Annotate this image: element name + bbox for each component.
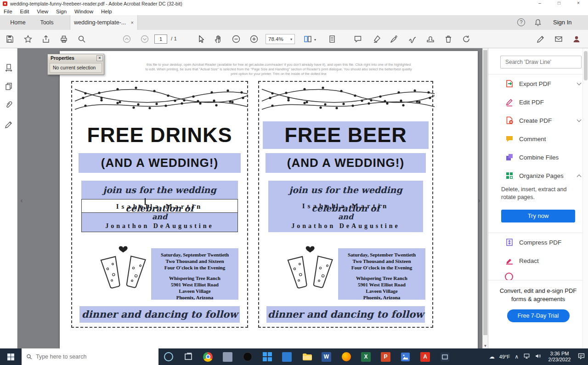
signature-tool-icon[interactable] xyxy=(408,34,417,44)
minimize-button[interactable]: – xyxy=(532,0,548,7)
powerpoint-icon[interactable]: P xyxy=(376,348,396,365)
weather-widget[interactable]: 49°F xyxy=(499,354,510,359)
panel-scrollbar-thumb[interactable] xyxy=(584,51,588,80)
highlighter-icon[interactable] xyxy=(372,34,381,44)
hand-tool-icon[interactable] xyxy=(214,34,223,44)
properties-close-icon[interactable]: × xyxy=(96,55,103,61)
menu-help[interactable]: Help xyxy=(101,9,112,14)
name2-field[interactable]: and Jonathon DeAugustine xyxy=(81,213,238,232)
find-icon[interactable] xyxy=(77,34,86,44)
maximize-button[interactable]: □ xyxy=(551,0,567,7)
menu-sign[interactable]: Sign xyxy=(56,9,67,14)
fill-sign-icon[interactable] xyxy=(536,34,545,44)
taskbar-app-icon-4[interactable] xyxy=(257,348,277,365)
notifications-bell-icon[interactable] xyxy=(534,18,542,27)
tab-home[interactable]: Home xyxy=(4,15,32,30)
next-page-icon[interactable] xyxy=(140,34,149,44)
taskbar-app-icon-5[interactable] xyxy=(277,348,297,365)
tool-create-pdf[interactable]: Create PDF xyxy=(488,111,588,130)
taskbar-app-icon-2[interactable] xyxy=(218,348,237,365)
scrollbar-thumb[interactable] xyxy=(483,50,487,335)
tools-search-input[interactable] xyxy=(501,59,581,65)
zoom-level-dropdown[interactable]: 78.4% ▾ xyxy=(266,34,295,44)
draw-pen-icon[interactable] xyxy=(390,34,399,44)
tool-organize-pages[interactable]: Organize Pages xyxy=(488,166,588,185)
tool-compress-pdf[interactable]: Compress PDF xyxy=(488,233,588,251)
signatures-icon[interactable] xyxy=(4,120,13,129)
previous-page-icon[interactable] xyxy=(122,34,131,44)
date-venue-field[interactable]: Saturday, September Twentieth Two Thousa… xyxy=(151,248,238,300)
snip-tool-icon[interactable] xyxy=(435,348,455,365)
free-trial-button[interactable]: Free 7-Day Trial xyxy=(507,309,570,322)
save-icon[interactable] xyxy=(5,34,14,44)
properties-panel-header[interactable]: Properties × xyxy=(48,54,104,62)
help-icon[interactable]: ? xyxy=(517,18,525,26)
taskbar-search-input[interactable] xyxy=(36,354,154,360)
tool-export-pdf[interactable]: Export PDF xyxy=(488,74,588,93)
photos-icon[interactable] xyxy=(396,348,415,365)
headline-field[interactable]: FREE DRINKS xyxy=(76,121,243,149)
panel-scrollbar[interactable] xyxy=(582,48,588,348)
intro-field[interactable]: join us for the wedding celebration of xyxy=(81,181,238,199)
star-icon[interactable] xyxy=(23,34,33,44)
page-display-icon[interactable] xyxy=(303,34,312,44)
chevron-down-icon[interactable] xyxy=(577,80,582,85)
close-button[interactable]: × xyxy=(571,0,586,7)
chrome-icon[interactable] xyxy=(198,348,218,365)
page-number-input[interactable] xyxy=(154,34,167,44)
subheadline-field[interactable]: (AND A WEDDING!) xyxy=(266,153,426,173)
subheadline-field[interactable]: (AND A WEDDING!) xyxy=(79,153,241,173)
tab-tools[interactable]: Tools xyxy=(33,15,61,30)
taskbar-search-box[interactable] xyxy=(22,348,158,365)
tray-overflow-chevron-icon[interactable]: ∧ xyxy=(514,354,519,360)
chevron-up-icon[interactable] xyxy=(577,174,582,179)
document-scrollbar[interactable]: ▼ xyxy=(482,48,488,348)
zoom-in-icon[interactable] xyxy=(249,34,259,44)
onedrive-cloud-icon[interactable]: ☁ xyxy=(489,354,495,360)
menu-file[interactable]: File xyxy=(4,9,12,14)
date-venue-field[interactable]: Saturday, September Twentieth Two Thousa… xyxy=(338,248,425,300)
cortana-icon[interactable] xyxy=(158,348,178,365)
tool-edit-pdf[interactable]: Edit PDF xyxy=(488,93,588,111)
chevron-down-icon[interactable] xyxy=(577,117,582,122)
word-icon[interactable]: W xyxy=(317,348,336,365)
bookmarks-icon[interactable] xyxy=(4,82,13,91)
select-tool-icon[interactable] xyxy=(196,34,205,44)
share-icon[interactable] xyxy=(41,34,51,44)
tool-combine-files[interactable]: Combine Files xyxy=(488,148,588,166)
page-thumbnails-icon[interactable] xyxy=(4,63,13,72)
footer-field[interactable]: dinner and dancing to follow xyxy=(79,306,240,323)
network-icon[interactable] xyxy=(523,353,530,361)
action-center-icon[interactable] xyxy=(577,352,585,362)
tool-comment[interactable]: Comment xyxy=(488,130,588,148)
attachments-icon[interactable] xyxy=(4,100,13,109)
taskbar-clock[interactable]: 3:36 PM 2/23/2022 xyxy=(546,351,573,363)
menu-window[interactable]: Window xyxy=(74,9,93,14)
acrobat-taskbar-icon[interactable]: A xyxy=(415,348,435,365)
excel-icon[interactable]: X xyxy=(356,348,376,365)
volume-icon[interactable] xyxy=(535,353,542,361)
scrolling-mode-icon[interactable] xyxy=(328,34,337,44)
intro-field[interactable]: join us for the wedding celebration of xyxy=(268,181,423,199)
page-display-caret-icon[interactable]: ▾ xyxy=(314,38,316,42)
expand-right-panel-icon[interactable]: › xyxy=(476,194,482,207)
print-icon[interactable] xyxy=(59,34,68,44)
sign-in-button[interactable]: Sign In xyxy=(553,15,571,30)
collapse-left-panel-icon[interactable]: ‹ xyxy=(18,194,25,207)
name1-field[interactable]: Isabella Martin xyxy=(268,199,423,213)
tools-search-box[interactable] xyxy=(500,56,582,68)
headline-field[interactable]: FREE BEER xyxy=(263,121,429,149)
refresh-icon[interactable] xyxy=(462,34,471,44)
firefox-icon[interactable] xyxy=(336,348,356,365)
user-avatar-icon[interactable] xyxy=(572,34,581,44)
tool-redact[interactable]: Redact xyxy=(488,251,588,270)
name2-field[interactable]: and Jonathon DeAugustine xyxy=(268,213,423,232)
start-button[interactable] xyxy=(0,348,22,365)
stamp-tool-icon[interactable] xyxy=(426,34,435,44)
comment-tool-icon[interactable] xyxy=(353,34,362,44)
tab-document[interactable]: wedding-template-... × xyxy=(70,15,138,30)
menu-view[interactable]: View xyxy=(37,9,48,14)
zoom-out-icon[interactable] xyxy=(232,34,241,44)
delete-tool-icon[interactable] xyxy=(444,34,453,44)
taskbar-app-icon-3[interactable] xyxy=(237,348,257,365)
